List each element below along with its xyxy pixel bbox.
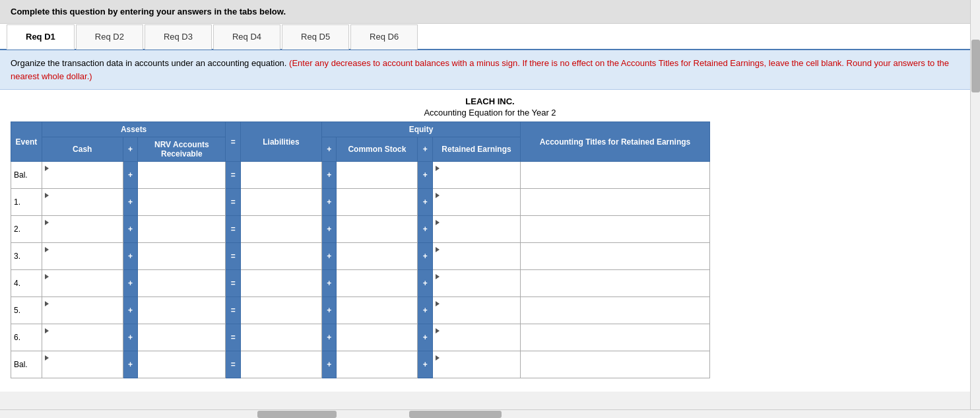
liabilities-cell-7[interactable] — [240, 351, 321, 378]
common-stock-cell-1[interactable] — [337, 189, 418, 216]
liabilities-input-5[interactable] — [244, 303, 319, 318]
acct-titles-input-7[interactable] — [523, 357, 707, 372]
common-stock-cell-4[interactable] — [337, 270, 418, 297]
common-stock-cell-3[interactable] — [337, 243, 418, 270]
liabilities-input-6[interactable] — [244, 330, 319, 345]
nrv-input-7[interactable] — [141, 357, 222, 372]
retained-earnings-input-4[interactable] — [436, 281, 517, 295]
acct-titles-cell-1[interactable] — [521, 189, 710, 216]
liabilities-input-1[interactable] — [244, 195, 319, 209]
common-stock-cell-5[interactable] — [337, 297, 418, 324]
cash-input-0[interactable] — [45, 172, 120, 187]
retained-earnings-cell-7[interactable] — [432, 351, 520, 378]
common-stock-cell-2[interactable] — [337, 216, 418, 243]
retained-earnings-input-2[interactable] — [436, 226, 517, 241]
cash-input-5[interactable] — [45, 308, 120, 322]
cash-cell-0[interactable] — [42, 162, 123, 189]
acct-titles-cell-2[interactable] — [521, 216, 710, 243]
common-stock-cell-7[interactable] — [337, 351, 418, 378]
acct-titles-cell-4[interactable] — [521, 270, 710, 297]
nrv-input-2[interactable] — [141, 222, 222, 236]
nrv-cell-1[interactable] — [138, 189, 226, 216]
common-stock-input-4[interactable] — [339, 276, 414, 291]
acct-titles-input-3[interactable] — [523, 249, 707, 263]
liabilities-input-2[interactable] — [244, 222, 319, 236]
nrv-input-3[interactable] — [141, 249, 222, 263]
liabilities-input-4[interactable] — [244, 276, 319, 291]
common-stock-cell-6[interactable] — [337, 324, 418, 351]
liabilities-input-7[interactable] — [244, 357, 319, 372]
retained-earnings-input-7[interactable] — [436, 362, 517, 376]
tab-req-d4[interactable]: Req D4 — [213, 24, 280, 50]
nrv-input-0[interactable] — [141, 168, 222, 182]
cash-cell-7[interactable] — [42, 351, 123, 378]
liabilities-cell-6[interactable] — [240, 324, 321, 351]
retained-earnings-cell-3[interactable] — [432, 243, 520, 270]
nrv-cell-4[interactable] — [138, 270, 226, 297]
acct-titles-input-2[interactable] — [523, 222, 707, 236]
tab-req-d1[interactable]: Req D1 — [7, 24, 75, 50]
retained-earnings-cell-4[interactable] — [432, 270, 520, 297]
cash-input-6[interactable] — [45, 335, 120, 349]
retained-earnings-input-5[interactable] — [436, 308, 517, 322]
cash-cell-2[interactable] — [42, 216, 123, 243]
acct-titles-cell-6[interactable] — [521, 324, 710, 351]
acct-titles-cell-7[interactable] — [521, 351, 710, 378]
common-stock-input-3[interactable] — [339, 249, 414, 263]
tab-req-d3[interactable]: Req D3 — [145, 24, 212, 50]
acct-titles-cell-0[interactable] — [521, 162, 710, 189]
nrv-input-5[interactable] — [141, 303, 222, 318]
liabilities-cell-4[interactable] — [240, 270, 321, 297]
acct-titles-input-1[interactable] — [523, 195, 707, 209]
retained-earnings-cell-5[interactable] — [432, 297, 520, 324]
common-stock-input-1[interactable] — [339, 195, 414, 209]
retained-earnings-input-1[interactable] — [436, 199, 517, 214]
common-stock-input-0[interactable] — [339, 168, 414, 182]
nrv-cell-5[interactable] — [138, 297, 226, 324]
liabilities-cell-3[interactable] — [240, 243, 321, 270]
retained-earnings-input-3[interactable] — [436, 254, 517, 268]
common-stock-input-7[interactable] — [339, 357, 414, 372]
cash-cell-5[interactable] — [42, 297, 123, 324]
common-stock-input-5[interactable] — [339, 303, 414, 318]
liabilities-cell-5[interactable] — [240, 297, 321, 324]
retained-earnings-cell-0[interactable] — [432, 162, 520, 189]
retained-earnings-cell-1[interactable] — [432, 189, 520, 216]
tab-req-d6[interactable]: Req D6 — [350, 24, 418, 50]
acct-titles-input-0[interactable] — [523, 168, 707, 182]
liabilities-cell-2[interactable] — [240, 216, 321, 243]
tab-req-d2[interactable]: Req D2 — [76, 24, 143, 50]
cash-input-7[interactable] — [45, 362, 120, 376]
cash-cell-3[interactable] — [42, 243, 123, 270]
nrv-input-4[interactable] — [141, 276, 222, 291]
cash-cell-4[interactable] — [42, 270, 123, 297]
acct-titles-input-4[interactable] — [523, 276, 707, 291]
liabilities-input-0[interactable] — [244, 168, 319, 182]
acct-titles-input-5[interactable] — [523, 303, 707, 318]
retained-earnings-cell-6[interactable] — [432, 324, 520, 351]
liabilities-input-3[interactable] — [244, 249, 319, 263]
cash-input-4[interactable] — [45, 281, 120, 295]
cash-input-2[interactable] — [45, 226, 120, 241]
acct-titles-cell-3[interactable] — [521, 243, 710, 270]
retained-earnings-input-0[interactable] — [436, 172, 517, 187]
liabilities-cell-0[interactable] — [240, 162, 321, 189]
nrv-cell-6[interactable] — [138, 324, 226, 351]
cash-cell-1[interactable] — [42, 189, 123, 216]
vertical-scrollbar[interactable] — [970, 0, 980, 392]
nrv-input-1[interactable] — [141, 195, 222, 209]
common-stock-cell-0[interactable] — [337, 162, 418, 189]
acct-titles-input-6[interactable] — [523, 330, 707, 345]
retained-earnings-cell-2[interactable] — [432, 216, 520, 243]
nrv-cell-7[interactable] — [138, 351, 226, 378]
acct-titles-cell-5[interactable] — [521, 297, 710, 324]
common-stock-input-6[interactable] — [339, 330, 414, 345]
nrv-cell-0[interactable] — [138, 162, 226, 189]
scrollbar-thumb[interactable] — [971, 40, 980, 92]
liabilities-cell-1[interactable] — [240, 189, 321, 216]
retained-earnings-input-6[interactable] — [436, 335, 517, 349]
cash-input-1[interactable] — [45, 199, 120, 214]
common-stock-input-2[interactable] — [339, 222, 414, 236]
nrv-input-6[interactable] — [141, 330, 222, 345]
cash-input-3[interactable] — [45, 254, 120, 268]
